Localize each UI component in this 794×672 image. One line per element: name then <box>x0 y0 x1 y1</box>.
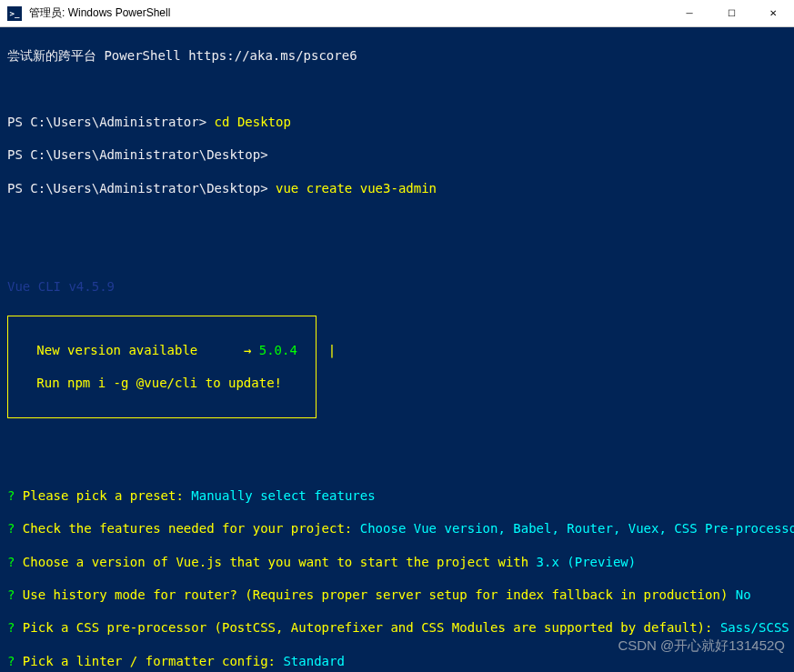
blank <box>7 81 787 97</box>
question-line: ? Pick a linter / formatter config: Stan… <box>7 653 787 669</box>
prompt: PS C:\Users\Administrator\Desktop> <box>7 181 268 196</box>
version-number: 5.0.4 <box>259 343 297 357</box>
question-line: ? Use history mode for router? (Requires… <box>7 587 787 603</box>
maximize-button[interactable]: ☐ <box>710 0 752 27</box>
answer: 3.x (Preview) <box>528 555 636 569</box>
close-button[interactable]: ✕ <box>752 0 794 27</box>
question: Pick a CSS pre-processor (PostCSS, Autop… <box>15 620 712 635</box>
minimize-button[interactable]: ─ <box>668 0 710 27</box>
cli-header: Vue CLI v4.5.9 <box>7 278 787 295</box>
banner-line: 尝试新的跨平台 PowerShell https://aka.ms/pscore… <box>7 47 787 64</box>
prompt-line: PS C:\Users\Administrator> cd Desktop <box>7 114 787 130</box>
window-controls: ─ ☐ ✕ <box>668 0 794 27</box>
prompt-line: PS C:\Users\Administrator\Desktop> vue c… <box>7 180 787 196</box>
prompt: PS C:\Users\Administrator\Desktop> <box>7 147 268 162</box>
question: Use history mode for router? (Requires p… <box>15 587 728 602</box>
question-line: ? Please pick a preset: Manually select … <box>7 487 787 504</box>
answer: Choose Vue version, Babel, Router, Vuex,… <box>352 521 794 536</box>
question: Check the features needed for your proje… <box>15 521 352 536</box>
question: Pick a linter / formatter config: <box>15 654 276 668</box>
command-text: vue create vue3-admin <box>276 181 437 196</box>
blank <box>7 422 787 438</box>
bar: | <box>328 343 336 357</box>
question: Choose a version of Vue.js that you want… <box>15 555 528 569</box>
blank <box>7 213 787 229</box>
prompt: PS C:\Users\Administrator> <box>7 115 206 129</box>
watermark: CSDN @开心就好131452Q <box>618 637 785 655</box>
blank <box>7 455 787 471</box>
version-available: New version available → 5.0.4 | <box>14 342 310 358</box>
question-line: ? Check the features needed for your pro… <box>7 520 787 537</box>
answer: Standard <box>276 654 345 668</box>
prompt-line: PS C:\Users\Administrator\Desktop> <box>7 146 787 163</box>
answer: Sass/SCSS (with node-sass) <box>712 620 794 635</box>
answer: Manually select features <box>184 488 376 503</box>
window-title: 管理员: Windows PowerShell <box>29 5 668 21</box>
arrow-icon: → <box>244 343 251 357</box>
update-instruction: Run npm i -g @vue/cli to update! <box>14 375 310 391</box>
powershell-icon <box>7 6 22 21</box>
question-line: ? Pick a CSS pre-processor (PostCSS, Aut… <box>7 619 787 636</box>
terminal-area[interactable]: 尝试新的跨平台 PowerShell https://aka.ms/pscore… <box>0 27 794 672</box>
blank <box>7 246 787 262</box>
question-line: ? Choose a version of Vue.js that you wa… <box>7 554 787 570</box>
version-text: New version available <box>14 343 213 357</box>
question: Please pick a preset: <box>15 488 183 503</box>
window-titlebar: 管理员: Windows PowerShell ─ ☐ ✕ <box>0 0 794 27</box>
command-text: cd Desktop <box>215 115 291 129</box>
answer: No <box>728 587 750 602</box>
update-notice-box: New version available → 5.0.4 | Run npm … <box>7 316 317 418</box>
